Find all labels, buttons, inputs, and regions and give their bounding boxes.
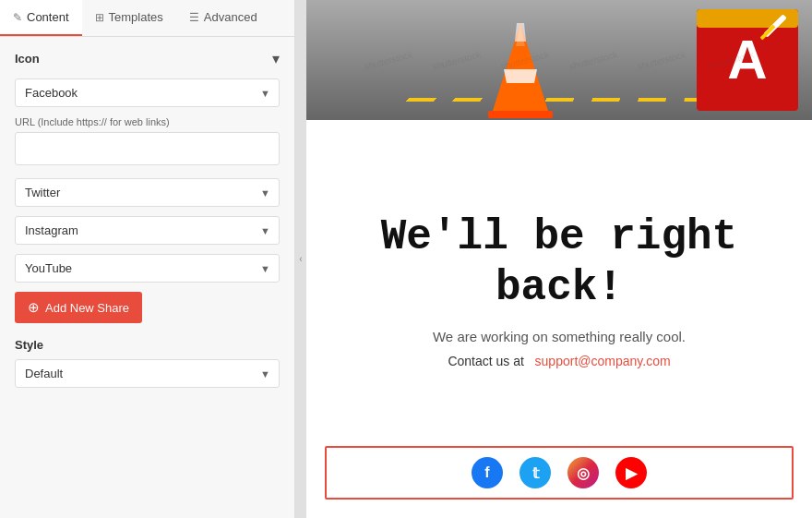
svg-marker-4 [515,23,526,42]
ig-letter: ◎ [577,464,590,482]
sign-area: A [692,5,803,115]
youtube-dropdown[interactable]: YouTube Facebook Twitter Instagram [15,254,280,283]
left-panel: ✎ Content ⊞ Templates ☰ Advanced Icon ▾ … [0,0,295,518]
tab-advanced[interactable]: ☰ Advanced [176,0,270,36]
instagram-dropdown-container: Instagram Facebook Twitter YouTube ▼ [15,216,280,245]
contact-line: Contact us at support@company.com [448,354,670,368]
url-label: URL (Include https:// for web links) [15,116,280,127]
svg-rect-3 [488,111,553,118]
tab-templates-label: Templates [109,10,163,24]
style-section-label: Style [15,338,280,352]
add-button-label: Add New Share [45,301,129,315]
facebook-social-icon: f [472,457,503,488]
content-icon: ✎ [13,11,22,24]
right-panel: A shutterstockshutterstockshutterstock s… [306,0,812,518]
tab-templates[interactable]: ⊞ Templates [82,0,176,36]
tab-advanced-label: Advanced [204,10,257,24]
advanced-icon: ☰ [189,11,199,24]
youtube-dropdown-container: YouTube Facebook Twitter Instagram ▼ [15,254,280,283]
add-icon: ⊕ [28,299,40,316]
templates-icon: ⊞ [95,11,104,24]
twitter-dropdown[interactable]: Twitter Facebook Instagram YouTube [15,178,280,207]
instagram-share-row: Instagram Facebook Twitter YouTube ▼ [15,216,280,245]
construction-image: A shutterstockshutterstockshutterstock s… [306,0,812,120]
facebook-url-input[interactable] [15,132,280,165]
facebook-dropdown-container: Facebook Twitter Instagram YouTube ▼ [15,78,280,107]
subtitle: We are working on something really cool. [433,329,686,344]
instagram-dropdown[interactable]: Instagram Facebook Twitter YouTube [15,216,280,245]
style-dropdown[interactable]: Default Rounded Square [15,359,280,388]
contact-email: support@company.com [535,354,671,368]
tabs-bar: ✎ Content ⊞ Templates ☰ Advanced [0,0,294,37]
tab-content[interactable]: ✎ Content [0,0,82,36]
twitter-dropdown-container: Twitter Facebook Instagram YouTube ▼ [15,178,280,207]
facebook-url-section: URL (Include https:// for web links) [15,116,280,165]
icon-section-title: Icon [15,52,40,66]
twitter-share-row: Twitter Facebook Instagram YouTube ▼ [15,178,280,207]
main-content: We'll be right back! We are working on s… [306,120,812,446]
instagram-social-icon: ◎ [567,457,599,488]
icon-section-header: Icon ▾ [15,50,280,67]
contact-prefix: Contact us at [448,354,524,368]
panel-body: Icon ▾ Facebook Twitter Instagram YouTub… [0,37,294,518]
tab-content-label: Content [27,10,69,24]
style-dropdown-container: Default Rounded Square ▼ [15,359,280,388]
road-marking [406,98,710,101]
cone-area [484,18,557,120]
facebook-dropdown[interactable]: Facebook Twitter Instagram YouTube [15,78,280,107]
youtube-social-icon: ▶ [615,457,647,488]
tw-letter: 𝕥 [532,464,539,482]
yt-letter: ▶ [626,464,637,482]
headline: We'll be right back! [343,212,775,314]
style-section: Style Default Rounded Square ▼ [15,338,280,388]
svg-marker-2 [504,69,537,83]
youtube-share-row: YouTube Facebook Twitter Instagram ▼ [15,254,280,283]
social-footer: f 𝕥 ◎ ▶ [325,446,794,500]
facebook-share-row: Facebook Twitter Instagram YouTube ▼ [15,78,280,107]
fb-letter: f [484,464,489,481]
add-new-share-button[interactable]: ⊕ Add New Share [15,292,142,323]
icon-section-toggle[interactable]: ▾ [272,50,280,67]
panel-collapse-handle[interactable]: ‹ [295,0,306,518]
twitter-social-icon: 𝕥 [519,457,551,488]
